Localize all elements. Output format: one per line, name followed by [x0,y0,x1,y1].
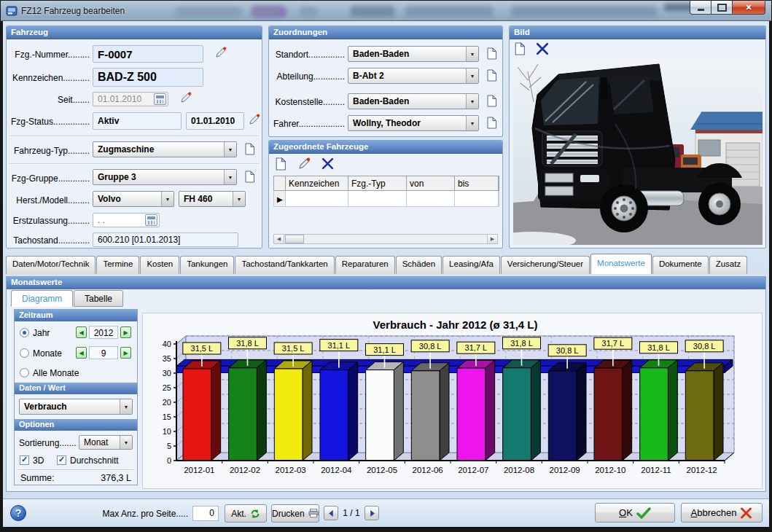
chevron-down-icon[interactable] [233,192,245,206]
delete-x-icon[interactable] [536,42,549,55]
standort-select[interactable]: Baden-Baden [348,46,479,62]
svg-text:2012-09: 2012-09 [550,466,580,474]
checkbox-durchschnitt[interactable] [57,455,66,465]
tab-tankungen[interactable]: Tankungen [180,256,234,274]
svg-text:2012-02: 2012-02 [230,466,260,474]
tab-termine[interactable]: Termine [96,256,139,274]
radio-jahr[interactable] [20,328,29,337]
edit-pencil-icon[interactable] [215,47,227,58]
kennzeichen-field[interactable]: BAD-Z 500 [93,68,203,87]
fahrer-select[interactable]: Wollny, Theodor [348,115,479,131]
drucken-button[interactable]: Drucken [271,504,319,523]
col-kennzeichen[interactable]: Kennzeichen [286,176,348,191]
chevron-down-icon[interactable] [466,94,478,109]
svg-text:2012-04: 2012-04 [321,466,352,474]
background-window-blur [252,7,281,17]
page-prev-button[interactable] [324,506,338,520]
aktualisieren-button[interactable]: Akt. [225,504,267,523]
col-fzg-typ[interactable]: Fzg.-Typ [348,176,407,191]
new-document-icon[interactable] [514,42,526,55]
svg-text:2012-05: 2012-05 [367,466,397,474]
fzg-gruppe-select[interactable]: Gruppe 3 [93,169,237,185]
months-decrement-icon[interactable] [76,347,87,359]
erstzulassung-field[interactable]: . . [93,213,160,227]
col-von[interactable]: von [407,176,455,191]
months-value[interactable]: 9 [89,346,118,359]
chevron-down-icon[interactable] [120,436,132,449]
subtab-diagramm[interactable]: Diagramm [11,290,73,307]
chevron-down-icon[interactable] [466,47,478,61]
zeitraum-header: Zeitraum [15,310,137,321]
calendar-icon[interactable] [154,93,166,105]
col-fzg-nr[interactable]: Fzg.-Nr [499,176,499,191]
kostenstelle-select[interactable]: Baden-Baden [348,93,479,109]
chevron-down-icon[interactable] [466,69,478,83]
radio-monate[interactable] [20,348,29,358]
tab-kosten[interactable]: Kosten [140,256,179,274]
fahrzeug-typ-select[interactable]: Zugmaschine [93,141,237,157]
months-increment-icon[interactable] [120,347,131,359]
new-document-icon[interactable] [486,117,497,129]
edit-pencil-icon[interactable] [180,92,192,103]
fzg-nummer-field[interactable]: F-0007 [93,45,203,63]
chevron-down-icon[interactable] [224,170,236,184]
scroll-left-icon[interactable]: ◀ [274,235,284,243]
year-value[interactable]: 2012 [89,326,118,339]
chevron-down-icon[interactable] [120,399,132,414]
fzg-gruppe-value: Gruppe 3 [93,170,224,184]
tab-versicherung-steuer[interactable]: Versicherung/Steuer [501,256,590,274]
zugeordnete-table: Kennzeichen Fzg.-Typ von bis Fzg.-Nr ▶ [273,176,499,207]
year-decrement-icon[interactable] [76,326,87,338]
new-document-icon[interactable] [486,95,497,107]
ok-button[interactable]: OK [595,503,675,523]
hersteller-select[interactable]: Volvo [93,191,174,207]
edit-pencil-icon[interactable] [249,114,260,125]
modell-select[interactable]: FH 460 [179,191,246,207]
chevron-down-icon[interactable] [224,142,236,157]
chevron-down-icon[interactable] [466,116,478,130]
svg-text:30,8 L: 30,8 L [419,342,442,351]
close-button[interactable] [732,1,765,15]
scroll-right-icon[interactable]: ▶ [487,235,497,243]
new-document-icon[interactable] [486,69,497,82]
col-bis[interactable]: bis [455,176,499,191]
sortierung-select[interactable]: Monat [79,435,133,450]
ok-check-icon [636,507,651,519]
subtab-tabelle[interactable]: Tabelle [74,290,123,307]
radio-alle-monate[interactable] [20,368,29,378]
tab-dokumente[interactable]: Dokumente [652,256,709,274]
minimize-button[interactable] [690,1,711,15]
new-document-icon[interactable] [244,143,255,155]
page-next-button[interactable] [364,506,379,520]
new-document-icon[interactable] [244,171,255,183]
daten-wert-select[interactable]: Verbrauch [19,399,133,415]
delete-x-icon[interactable] [321,157,334,170]
year-increment-icon[interactable] [120,326,131,338]
horizontal-scrollbar[interactable]: ◀ ▶ [273,234,498,244]
tab-monatswerte[interactable]: Monatswerte [590,254,652,274]
monatswerte-title: Monatswerte [7,277,765,289]
abteilung-select[interactable]: B-Abt 2 [348,68,479,84]
scrollbar-thumb[interactable] [285,235,304,243]
tab-schaeden[interactable]: Schäden [396,256,442,274]
svg-text:31,1 L: 31,1 L [328,341,351,350]
tab-zusatz[interactable]: Zusatz [709,256,748,274]
table-row[interactable]: ▶ [274,191,499,207]
maximize-button[interactable] [711,1,732,15]
tab-tachostand-tankkarten[interactable]: Tachostand/Tankkarten [235,256,334,274]
edit-pencil-icon[interactable] [298,157,311,170]
summe-value: 376,3 L [101,473,131,483]
abbrechen-button[interactable]: Abbrechen [681,503,763,523]
tab-daten-motor-technik[interactable]: Daten/Motor/Technik [6,256,95,274]
tab-leasing-afa[interactable]: Leasing/Afa [442,256,500,274]
max-pro-seite-input[interactable]: 0 [192,506,219,521]
new-document-icon[interactable] [275,157,286,171]
calendar-icon[interactable] [145,214,157,226]
chevron-down-icon[interactable] [161,192,173,206]
radio-alle-monate-label: Alle Monate [33,368,79,378]
new-document-icon[interactable] [486,47,497,60]
tab-reparaturen[interactable]: Reparaturen [335,256,395,274]
checkbox-3d[interactable] [20,455,29,465]
help-icon[interactable]: ? [10,505,26,521]
kostenstelle-label: Kostenstelle......... [272,97,345,107]
